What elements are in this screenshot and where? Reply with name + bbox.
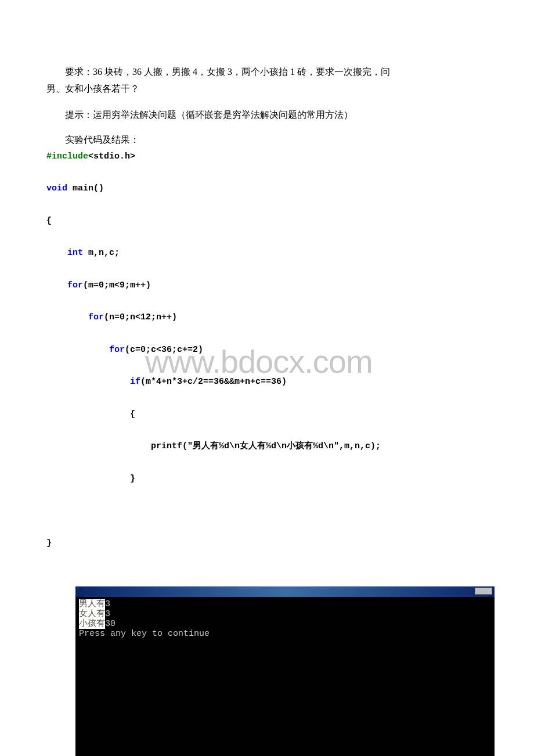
output-men-value: 3	[105, 599, 110, 609]
code-for-3: (c=0;c<36;c+=2)	[125, 345, 203, 355]
code-kw-int: int	[67, 248, 83, 258]
code-include-directive: #include	[46, 152, 88, 161]
code-kw-for-1: for	[67, 280, 83, 290]
code-kw-if: if	[130, 377, 140, 387]
problem-line-1: 要求：36 块砖，36 人搬，男搬 4，女搬 3，两个小孩抬 1 砖，要求一次搬…	[46, 64, 488, 81]
window-titlebar	[75, 586, 495, 597]
code-inner-brace-close: }	[46, 474, 135, 484]
hint-text: 提示：运用穷举法解决问题（循环嵌套是穷举法解决问题的常用方法）	[46, 107, 488, 124]
window-control-button[interactable]	[475, 588, 492, 595]
code-main-decl: main()	[67, 183, 104, 193]
output-line-2: 女人有3	[79, 609, 491, 619]
code-brace-open: {	[46, 216, 52, 226]
output-line-3: 小孩有30	[79, 619, 491, 629]
code-kw-void: void	[46, 183, 67, 193]
problem-line-2: 男、女和小孩各若干？	[46, 81, 488, 98]
code-vars: m,n,c;	[83, 248, 120, 258]
console-output: 男人有3 女人有3 小孩有30 Press any key to continu…	[75, 597, 495, 756]
code-if-cond: (m*4+n*3+c/2==36&&m+n+c==36)	[140, 377, 287, 387]
output-men-label: 男人有	[79, 599, 105, 609]
code-kw-for-2: for	[88, 312, 104, 322]
code-for-2: (n=0;n<12;n++)	[104, 312, 177, 322]
code-results-label: 实验代码及结果：	[46, 132, 488, 147]
code-include-header: <stdio.h>	[88, 152, 135, 161]
document-page: 要求：36 块砖，36 人搬，男搬 4，女搬 3，两个小孩抬 1 砖，要求一次搬…	[0, 0, 534, 756]
console-window: 男人有3 女人有3 小孩有30 Press any key to continu…	[75, 586, 495, 756]
code-kw-for-3: for	[109, 345, 125, 355]
code-printf: printf("男人有%d\n女人有%d\n小孩有%d\n",m,n,c);	[46, 441, 381, 451]
code-brace-close: }	[46, 538, 52, 548]
output-children-label: 小孩有	[79, 619, 105, 629]
problem-statement: 要求：36 块砖，36 人搬，男搬 4，女搬 3，两个小孩抬 1 砖，要求一次搬…	[46, 64, 488, 98]
code-inner-brace-open: {	[46, 409, 135, 419]
output-women-label: 女人有	[79, 609, 105, 619]
source-code: #include<stdio.h> void main() { int m,n,…	[46, 149, 488, 552]
output-line-1: 男人有3	[79, 599, 491, 609]
code-for-1: (m=0;m<9;m++)	[83, 280, 151, 290]
output-children-value: 30	[105, 619, 116, 629]
output-women-value: 3	[105, 609, 110, 619]
output-press-key: Press any key to continue	[79, 629, 491, 639]
